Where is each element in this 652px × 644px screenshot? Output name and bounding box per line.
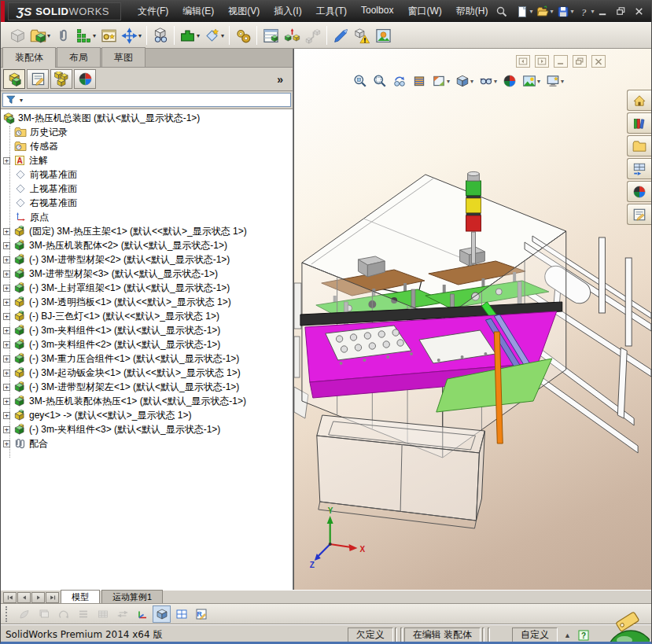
assembly-features-icon[interactable]: ▾ xyxy=(178,25,201,46)
3d-model[interactable]: Y X Z xyxy=(294,49,651,590)
menu-item-7[interactable]: 帮助(H) xyxy=(449,1,495,22)
graphics-viewport[interactable]: Y X Z ▾▾▾▾▾ xyxy=(293,49,651,590)
mm-table-icon[interactable] xyxy=(172,605,190,623)
motion-study-icon[interactable] xyxy=(233,25,253,46)
view-settings-icon[interactable]: ▾ xyxy=(545,73,565,89)
expander-icon[interactable]: + xyxy=(3,270,10,278)
apply-scene-icon[interactable]: ▾ xyxy=(521,73,541,89)
hide-show-items-icon[interactable]: ▾ xyxy=(478,73,498,89)
quick-tips-icon[interactable]: ? xyxy=(577,629,590,642)
tree-item[interactable]: +3M-热压机装配体热压<1> (默认<默认_显示状态-1>) xyxy=(2,394,293,408)
tree-item[interactable]: +(-) BJ-三色灯<1> (默认<<默认>_显示状态 1>) xyxy=(2,309,293,323)
filter-dropdown-arrow[interactable]: ▾ xyxy=(20,97,23,104)
nav-prev-icon[interactable] xyxy=(17,592,31,603)
pane-left-button[interactable] xyxy=(516,55,530,68)
tab-布局[interactable]: 布局 xyxy=(57,47,101,67)
help-icon[interactable]: ?▾ xyxy=(576,5,595,19)
tree-item[interactable]: +(-) 3M-透明挡板<1> (默认<<默认>_显示状态 1>) xyxy=(2,295,293,309)
toolbar-drag-handle[interactable] xyxy=(6,606,9,622)
tab-草图[interactable]: 草图 xyxy=(101,47,146,67)
tree-item[interactable]: 上视基准面 xyxy=(2,182,293,196)
menu-item-1[interactable]: 编辑(E) xyxy=(175,1,221,22)
open-document-icon[interactable]: ▾ xyxy=(536,5,554,19)
doc-tab-运动算例1[interactable]: 运动算例1 xyxy=(101,590,163,603)
appearances-scenes-icon[interactable] xyxy=(627,181,651,202)
doc-minimize-button[interactable] xyxy=(554,55,568,68)
custom-label[interactable]: 自定义 xyxy=(512,627,558,642)
tree-item[interactable]: 传感器 xyxy=(2,139,293,153)
pane-right-button[interactable] xyxy=(535,55,549,68)
tree-item[interactable]: +(-) 3m-夹料组件<1> (默认<默认_显示状态-1>) xyxy=(2,323,293,337)
tree-item[interactable]: +gey<1> -> (默认<<默认>_显示状态 1>) xyxy=(2,408,293,422)
expander-icon[interactable]: + xyxy=(3,398,10,405)
mate-icon[interactable] xyxy=(53,25,73,46)
save-document-icon[interactable]: ▾ xyxy=(556,5,574,19)
view-palette-icon[interactable] xyxy=(627,158,651,179)
tree-item[interactable]: +(-) 3M-重力压合组件<1> (默认<默认_显示状态-1>) xyxy=(2,351,293,366)
expander-icon[interactable]: + xyxy=(3,228,10,235)
tree-item[interactable]: +(固定) 3M-热压主架<1> (默认<<默认>_显示状态 1>) xyxy=(2,224,293,238)
large-assembly-icon[interactable] xyxy=(352,25,372,46)
expander-icon[interactable]: + xyxy=(3,242,10,249)
expander-icon[interactable]: + xyxy=(3,355,10,362)
move-component-icon[interactable]: ▾ xyxy=(120,25,143,46)
maximize-button[interactable] xyxy=(615,6,627,17)
show-hidden-icon[interactable] xyxy=(150,25,171,46)
tree-item[interactable]: +(-) 3M-进带型材架<2> (默认<默认_显示状态-1>) xyxy=(2,252,293,267)
expander-icon[interactable]: + xyxy=(3,256,10,263)
zoom-area-icon[interactable] xyxy=(372,73,388,89)
section-view-icon[interactable] xyxy=(411,73,427,89)
previous-view-icon[interactable] xyxy=(392,73,407,89)
panel-overflow-chevron[interactable]: » xyxy=(277,73,283,86)
expander-icon[interactable]: + xyxy=(3,384,10,391)
menu-item-0[interactable]: 文件(F) xyxy=(131,1,175,22)
tree-item[interactable]: +3M-进带型材架<3> (默认<默认_显示状态-1>) xyxy=(2,267,293,281)
tree-item[interactable]: +(-) 3m-夹料组件<3> (默认<默认_显示状态-1>) xyxy=(2,422,293,436)
menu-item-4[interactable]: 工具(T) xyxy=(309,1,354,22)
expander-icon[interactable]: + xyxy=(3,285,10,292)
design-library-icon[interactable] xyxy=(627,112,651,134)
close-button[interactable] xyxy=(633,6,645,17)
linear-pattern-icon[interactable]: ▾ xyxy=(74,25,98,46)
expander-icon[interactable]: + xyxy=(3,299,10,306)
mm-export-icon[interactable]: R xyxy=(192,605,210,623)
reference-geometry-icon[interactable]: ▾ xyxy=(202,25,226,46)
minimize-button[interactable] xyxy=(597,6,609,17)
tab-装配体[interactable]: 装配体 xyxy=(2,47,56,68)
tree-item[interactable]: 原点 xyxy=(2,210,293,224)
tree-item[interactable]: 右视基准面 xyxy=(2,196,293,210)
menu-item-5[interactable]: Toolbox xyxy=(354,1,400,22)
instant3d-icon[interactable] xyxy=(330,25,351,46)
expander-icon[interactable]: + xyxy=(3,327,10,334)
bom-icon[interactable] xyxy=(260,25,281,46)
view-orientation-icon[interactable]: ▾ xyxy=(431,73,451,89)
tree-item[interactable]: 3M-热压机总装图 (默认<默认_显示状态-1>) xyxy=(2,111,293,125)
expander-icon[interactable]: + xyxy=(3,341,10,348)
mm-axes-icon[interactable] xyxy=(133,605,151,623)
mm-shaded-view-icon[interactable] xyxy=(153,605,171,623)
expander-icon[interactable]: + xyxy=(3,440,10,447)
tree-item[interactable]: +3M-热压机装配体<2> (默认<默认_显示状态-1>) xyxy=(2,238,293,252)
feature-tree-tab[interactable] xyxy=(3,69,25,89)
menu-item-2[interactable]: 视图(V) xyxy=(221,1,267,22)
doc-close-button[interactable] xyxy=(591,55,606,68)
insert-components-icon[interactable]: ▾ xyxy=(28,25,52,46)
tree-item[interactable]: 前视基准面 xyxy=(2,167,293,182)
nav-first-icon[interactable] xyxy=(3,592,17,603)
sw-resources-icon[interactable] xyxy=(627,90,651,111)
edit-appearance-icon[interactable] xyxy=(502,73,518,89)
display-style-icon[interactable]: ▾ xyxy=(455,73,474,89)
tree-filter-box[interactable]: ▾ xyxy=(2,93,291,107)
new-document-icon[interactable]: ▾ xyxy=(515,5,533,19)
menu-item-3[interactable]: 插入(I) xyxy=(267,1,308,22)
display-manager-tab[interactable] xyxy=(74,69,96,89)
expander-icon[interactable]: + xyxy=(3,370,10,377)
expander-icon[interactable]: + xyxy=(3,426,10,433)
exploded-view-icon[interactable] xyxy=(282,25,302,46)
tree-item[interactable]: +(-) 3M-起动钣金块<1> (默认<<默认>_显示状态 1>) xyxy=(2,366,293,380)
tree-item[interactable]: +(-) 3M-进带型材架左<1> (默认<默认_显示状态-1>) xyxy=(2,380,293,394)
tree-item[interactable]: +配合 xyxy=(2,436,293,451)
file-explorer-icon[interactable] xyxy=(627,135,651,156)
nav-last-icon[interactable] xyxy=(46,592,59,603)
search-icon[interactable] xyxy=(495,5,509,19)
